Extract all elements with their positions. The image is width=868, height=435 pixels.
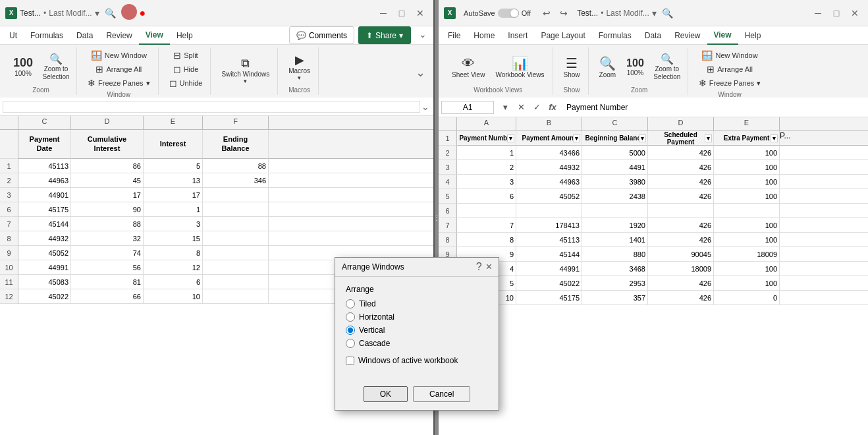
formula-bar-confirm-button[interactable]: ✓ xyxy=(529,100,544,115)
left-ribbon-expand-button[interactable]: ⌄ xyxy=(412,65,428,80)
right-cell-8b[interactable]: 45113 xyxy=(516,233,582,247)
radio-cascade[interactable]: Cascade xyxy=(346,339,488,348)
left-tab-ut[interactable]: Ut xyxy=(3,26,24,45)
radio-horizontal-input[interactable] xyxy=(346,312,355,322)
right-cell-8a[interactable]: 8 xyxy=(457,233,516,247)
left-ribbon-collapse-button[interactable]: ⌄ xyxy=(415,26,431,42)
left-cell-6f[interactable] xyxy=(203,202,269,217)
right-tab-help[interactable]: Help xyxy=(738,26,768,45)
right-cell-2b[interactable]: 43466 xyxy=(516,146,582,160)
right-zoom-to-selection-button[interactable]: 🔍 Zoom to Selection xyxy=(651,51,684,82)
left-cell-3d[interactable]: 17 xyxy=(71,188,144,202)
right-cell-12b[interactable]: 45175 xyxy=(516,291,582,305)
formula-input[interactable] xyxy=(564,102,865,113)
right-new-window-button[interactable]: 🪟 New Window xyxy=(697,49,761,62)
formula-bar-cancel-button[interactable]: ✕ xyxy=(514,100,528,115)
left-cell-9f[interactable] xyxy=(203,246,269,260)
right-cell-6e[interactable] xyxy=(714,204,780,218)
right-cell-4e[interactable]: 100 xyxy=(714,175,780,189)
right-cell-11b[interactable]: 45022 xyxy=(516,276,582,291)
left-cell-10e[interactable]: 12 xyxy=(144,260,203,275)
right-cell-10c[interactable]: 3468 xyxy=(582,262,648,276)
right-cell-10b[interactable]: 44991 xyxy=(516,262,582,276)
right-cell-10e[interactable]: 100 xyxy=(714,262,780,276)
right-cell-3e[interactable]: 100 xyxy=(714,160,780,175)
radio-vertical-input[interactable] xyxy=(346,326,355,335)
formula-bar-menu-button[interactable]: ▾ xyxy=(498,100,512,115)
left-macros-button[interactable]: ▶ Macros ▾ xyxy=(285,51,314,82)
right-cell-9b[interactable]: 45144 xyxy=(516,247,582,262)
right-cell-3b[interactable]: 44932 xyxy=(516,160,582,175)
left-arrange-all-button[interactable]: ⊞ Arrange All xyxy=(92,63,146,76)
right-tab-review[interactable]: Review xyxy=(668,26,707,45)
right-cell-5d[interactable]: 426 xyxy=(648,189,714,204)
left-cell-2f[interactable]: 346 xyxy=(203,173,269,188)
left-cell-10c[interactable]: 44991 xyxy=(18,260,71,275)
right-cell-11c[interactable]: 2953 xyxy=(582,276,648,291)
left-cell-10d[interactable]: 56 xyxy=(71,260,144,275)
checkbox-active-workbook-input[interactable] xyxy=(346,357,354,365)
left-restore-button[interactable]: □ xyxy=(394,5,410,21)
right-cell-4b[interactable]: 44963 xyxy=(516,175,582,189)
right-tab-insert[interactable]: Insert xyxy=(501,26,534,45)
right-header-filter-b[interactable]: ▾ xyxy=(573,134,580,142)
left-cell-6d[interactable]: 90 xyxy=(71,202,144,217)
right-tab-data[interactable]: Data xyxy=(638,26,668,45)
autosave-toggle[interactable] xyxy=(498,9,519,18)
right-cell-5a[interactable]: 6 xyxy=(457,189,516,204)
left-cell-1d[interactable]: 86 xyxy=(71,159,144,173)
right-col-header-d[interactable]: D xyxy=(648,117,714,130)
right-cell-4d[interactable]: 426 xyxy=(648,175,714,189)
right-cell-12e[interactable]: 0 xyxy=(714,291,780,305)
right-cell-6c[interactable] xyxy=(582,204,648,218)
left-new-window-button[interactable]: 🪟 New Window xyxy=(87,49,151,62)
redo-button[interactable]: ↪ xyxy=(556,5,572,21)
right-cell-7a[interactable]: 7 xyxy=(457,218,516,233)
dialog-help-button[interactable]: ? xyxy=(476,262,482,272)
right-cell-6d[interactable] xyxy=(648,204,714,218)
radio-horizontal[interactable]: Horizontal xyxy=(346,312,488,322)
left-cell-12f[interactable] xyxy=(203,289,269,304)
left-cell-7e[interactable]: 3 xyxy=(144,217,203,231)
left-cell-9d[interactable]: 74 xyxy=(71,246,144,260)
right-col-header-b[interactable]: B xyxy=(516,117,582,130)
dialog-close-button[interactable]: × xyxy=(486,262,492,272)
right-col-header-a[interactable]: A xyxy=(457,117,516,130)
right-cell-6a[interactable] xyxy=(457,204,516,218)
left-cell-1f[interactable]: 88 xyxy=(203,159,269,173)
left-search-icon[interactable]: 🔍 xyxy=(105,8,116,18)
right-show-button[interactable]: ☰ Show xyxy=(560,54,584,80)
left-cell-10f[interactable] xyxy=(203,260,269,275)
right-freeze-panes-button[interactable]: ❄ Freeze Panes ▾ xyxy=(695,76,765,90)
right-tab-home[interactable]: Home xyxy=(467,26,501,45)
left-cell-11d[interactable]: 81 xyxy=(71,275,144,289)
left-cell-12d[interactable]: 66 xyxy=(71,289,144,304)
radio-vertical[interactable]: Vertical xyxy=(346,326,488,335)
left-split-button[interactable]: ⊟ Split xyxy=(169,49,202,62)
right-restore-button[interactable]: □ xyxy=(828,5,844,21)
left-zoom-100-button[interactable]: 100 100% xyxy=(9,55,37,78)
checkbox-active-workbook[interactable]: Windows of active workbook xyxy=(346,356,488,365)
right-zoom-100-button[interactable]: 100 100% xyxy=(622,56,648,78)
right-col-header-c[interactable]: C xyxy=(582,117,648,130)
right-cell-3c[interactable]: 4491 xyxy=(582,160,648,175)
left-cell-11f[interactable] xyxy=(203,275,269,289)
left-cell-3e[interactable]: 17 xyxy=(144,188,203,202)
right-minimize-button[interactable]: ─ xyxy=(810,5,826,21)
left-cell-11c[interactable]: 45083 xyxy=(18,275,71,289)
left-cell-8e[interactable]: 15 xyxy=(144,231,203,246)
left-close-button[interactable]: ✕ xyxy=(412,5,428,21)
right-cell-11d[interactable]: 426 xyxy=(648,276,714,291)
left-cell-1c[interactable]: 45113 xyxy=(18,159,71,173)
left-cell-12c[interactable]: 45022 xyxy=(18,289,71,304)
right-name-box[interactable] xyxy=(441,101,494,114)
right-cell-2c[interactable]: 5000 xyxy=(582,146,648,160)
right-header-filter-d[interactable]: ▾ xyxy=(705,134,712,142)
dialog-cancel-button[interactable]: Cancel xyxy=(413,386,470,402)
left-cell-7f[interactable] xyxy=(203,217,269,231)
right-cell-2a[interactable]: 1 xyxy=(457,146,516,160)
right-zoom-button[interactable]: 🔍 Zoom xyxy=(595,54,620,80)
right-header-filter-c[interactable]: ▾ xyxy=(639,134,646,142)
left-cell-1e[interactable]: 5 xyxy=(144,159,203,173)
left-cell-9c[interactable]: 45052 xyxy=(18,246,71,260)
